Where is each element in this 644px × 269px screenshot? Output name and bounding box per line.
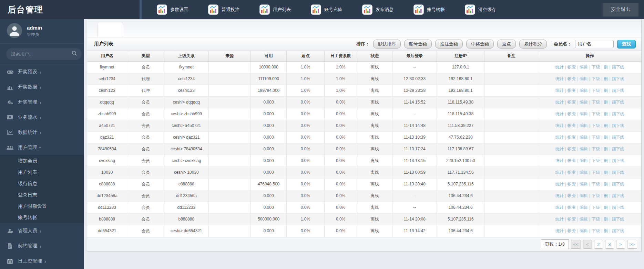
- action-link[interactable]: 统计: [555, 193, 564, 198]
- search-icon[interactable]: [72, 51, 77, 57]
- topnav-item[interactable]: 账号转帐: [413, 4, 445, 15]
- action-link[interactable]: 踢下线: [612, 111, 624, 116]
- action-link[interactable]: 帐变: [568, 182, 576, 186]
- action-link[interactable]: 帐变: [568, 123, 576, 128]
- action-link[interactable]: 统计: [555, 65, 564, 69]
- topnav-item[interactable]: 参数设置: [157, 4, 188, 15]
- action-link[interactable]: 踢下线: [612, 135, 624, 140]
- action-link[interactable]: 下级: [592, 135, 600, 140]
- action-link[interactable]: 统计: [555, 135, 564, 140]
- action-link[interactable]: 删: [604, 158, 608, 163]
- action-link[interactable]: 帐变: [568, 205, 576, 210]
- action-link[interactable]: 帐变: [568, 76, 576, 81]
- page-first[interactable]: <<: [571, 240, 581, 249]
- member-name-input[interactable]: [575, 40, 614, 48]
- action-link[interactable]: 编辑: [580, 88, 588, 93]
- action-link[interactable]: 踢下线: [612, 205, 624, 210]
- action-link[interactable]: 帐变: [568, 100, 576, 105]
- action-link[interactable]: 删: [604, 182, 608, 186]
- action-link[interactable]: 删: [604, 170, 608, 175]
- action-link[interactable]: 删: [604, 100, 608, 105]
- action-link[interactable]: 删: [604, 111, 608, 116]
- sort-button[interactable]: 返点: [497, 40, 516, 49]
- action-link[interactable]: 踢下线: [612, 170, 624, 175]
- action-link[interactable]: 帐变: [568, 228, 576, 233]
- sidebar-menu-item[interactable]: 日工资管理 ›: [0, 254, 84, 269]
- action-link[interactable]: 踢下线: [612, 147, 624, 151]
- topnav-item[interactable]: 清空缓存: [465, 4, 496, 15]
- page-2[interactable]: 2: [594, 240, 603, 249]
- action-link[interactable]: 编辑: [580, 111, 588, 116]
- action-link[interactable]: 编辑: [580, 182, 588, 186]
- action-link[interactable]: 编辑: [580, 158, 588, 163]
- action-link[interactable]: 统计: [555, 111, 564, 116]
- action-link[interactable]: 删: [604, 88, 608, 93]
- action-link[interactable]: 删: [604, 76, 608, 81]
- sidebar-submenu-item[interactable]: 登录日志: [0, 189, 84, 201]
- find-button[interactable]: 查找: [617, 40, 636, 49]
- action-link[interactable]: 下级: [592, 158, 600, 163]
- sidebar-submenu-item[interactable]: 银行信息: [0, 178, 84, 189]
- action-link[interactable]: 帐变: [568, 170, 576, 175]
- action-link[interactable]: 下级: [592, 217, 600, 222]
- sidebar-menu-item[interactable]: 契约管理 ›: [0, 238, 84, 254]
- action-link[interactable]: 踢下线: [612, 88, 624, 93]
- action-link[interactable]: 统计: [555, 217, 564, 222]
- sidebar-menu-item[interactable]: 业务流水 ›: [0, 110, 84, 125]
- action-link[interactable]: 统计: [555, 205, 564, 210]
- sort-button[interactable]: 中奖金额: [466, 40, 494, 49]
- action-link[interactable]: 编辑: [580, 217, 588, 222]
- action-link[interactable]: 统计: [555, 147, 564, 151]
- action-link[interactable]: 统计: [555, 182, 564, 186]
- action-link[interactable]: 编辑: [580, 76, 588, 81]
- action-link[interactable]: 下级: [592, 205, 600, 210]
- action-link[interactable]: 统计: [555, 76, 564, 81]
- action-link[interactable]: 下级: [592, 193, 600, 198]
- page-next[interactable]: >: [616, 240, 625, 249]
- action-link[interactable]: 帐变: [568, 88, 576, 93]
- sort-button[interactable]: 投注金额: [435, 40, 463, 49]
- action-link[interactable]: 下级: [592, 88, 600, 93]
- action-link[interactable]: 编辑: [580, 193, 588, 198]
- sidebar-menu-item[interactable]: 开奖预设 ›: [0, 64, 84, 79]
- action-link[interactable]: 下级: [592, 182, 600, 186]
- action-link[interactable]: 帐变: [568, 65, 576, 69]
- action-link[interactable]: 编辑: [580, 205, 588, 210]
- sidebar-submenu-item[interactable]: 账号转帐: [0, 212, 84, 223]
- action-link[interactable]: 删: [604, 217, 608, 222]
- page-last[interactable]: >>: [627, 240, 637, 249]
- action-link[interactable]: 帐变: [568, 193, 576, 198]
- sidebar-menu-item[interactable]: 开奖管理 ›: [0, 95, 84, 110]
- page-3[interactable]: 3: [605, 240, 614, 249]
- sort-button[interactable]: 默认排序: [373, 40, 401, 49]
- action-link[interactable]: 踢下线: [612, 65, 624, 69]
- logout-button[interactable]: 安全退出: [603, 3, 638, 17]
- action-link[interactable]: 删: [604, 205, 608, 210]
- topnav-item[interactable]: 普通投注: [208, 4, 239, 15]
- sidebar-submenu-item[interactable]: 增加会员: [0, 155, 84, 166]
- action-link[interactable]: 删: [604, 123, 608, 128]
- sidebar-menu-item[interactable]: 数据统计 ›: [0, 125, 84, 140]
- action-link[interactable]: 下级: [592, 228, 600, 233]
- action-link[interactable]: 踢下线: [612, 123, 624, 128]
- action-link[interactable]: 踢下线: [612, 100, 624, 105]
- action-link[interactable]: 删: [604, 135, 608, 140]
- action-link[interactable]: 删: [604, 65, 608, 69]
- action-link[interactable]: 下级: [592, 111, 600, 116]
- action-link[interactable]: 下级: [592, 76, 600, 81]
- action-link[interactable]: 下级: [592, 170, 600, 175]
- page-prev[interactable]: <: [583, 240, 592, 249]
- action-link[interactable]: 统计: [555, 88, 564, 93]
- action-link[interactable]: 编辑: [580, 147, 588, 151]
- action-link[interactable]: 编辑: [580, 100, 588, 105]
- action-link[interactable]: 踢下线: [612, 182, 624, 186]
- action-link[interactable]: 编辑: [580, 135, 588, 140]
- action-link[interactable]: 统计: [555, 228, 564, 233]
- action-link[interactable]: 统计: [555, 123, 564, 128]
- action-link[interactable]: 下级: [592, 65, 600, 69]
- action-link[interactable]: 删: [604, 193, 608, 198]
- action-link[interactable]: 帐变: [568, 135, 576, 140]
- action-link[interactable]: 下级: [592, 147, 600, 151]
- sidebar-menu-item[interactable]: 用户管理 ›: [0, 140, 84, 155]
- action-link[interactable]: 统计: [555, 100, 564, 105]
